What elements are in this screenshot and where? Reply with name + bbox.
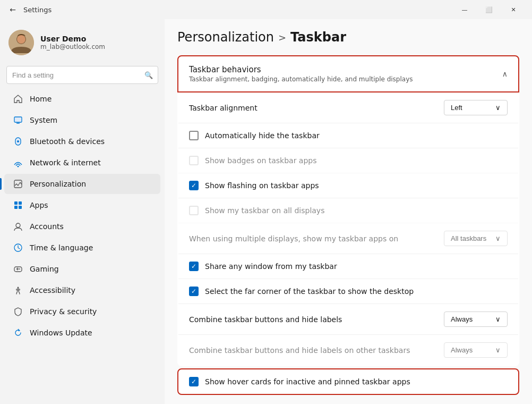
badges-checkbox-row: Show badges on taskbar apps [189, 156, 317, 165]
accounts-icon [13, 221, 23, 232]
main-container: User Demo m_lab@outlook.com 🔍 Home [0, 19, 532, 404]
setting-label-auto-hide: Automatically hide the taskbar [205, 131, 320, 140]
sidebar-item-update[interactable]: Windows Update [4, 323, 160, 343]
setting-row-share-window: Share any window from my taskbar [178, 254, 518, 279]
svg-rect-4 [16, 123, 20, 124]
page-header: Personalization > Taskbar [177, 30, 519, 45]
content-area: Personalization > Taskbar Taskbar behavi… [165, 19, 532, 404]
setting-label-alignment: Taskbar alignment [189, 104, 444, 112]
setting-label-all-displays: Show my taskbar on all displays [205, 206, 324, 215]
section-collapse-icon: ∧ [502, 70, 508, 78]
combine-buttons-dropdown[interactable]: Always ∨ [444, 312, 508, 327]
user-email: m_lab@outlook.com [40, 43, 105, 50]
search-icon: 🔍 [144, 71, 153, 79]
svg-rect-9 [14, 201, 18, 205]
bluetooth-icon [13, 136, 23, 147]
search-input[interactable] [6, 66, 158, 84]
setting-label-flashing: Show flashing on taskbar apps [205, 181, 319, 190]
user-info: User Demo m_lab@outlook.com [40, 35, 105, 50]
sidebar-item-bluetooth[interactable]: Bluetooth & devices [4, 131, 160, 152]
sidebar-item-privacy[interactable]: Privacy & security [4, 301, 160, 322]
badges-checkbox[interactable] [189, 156, 199, 165]
combine-other-dropdown[interactable]: Always ∨ [444, 342, 508, 358]
alignment-dropdown[interactable]: Left ∨ [444, 100, 508, 115]
sidebar-item-label-apps: Apps [30, 201, 48, 209]
flashing-checkbox[interactable] [189, 181, 199, 190]
setting-row-hover-cards: Show hover cards for inactive and pinned… [178, 369, 518, 394]
sidebar-item-label-accounts: Accounts [30, 222, 64, 231]
system-icon [13, 115, 23, 125]
section-body: Taskbar alignment Left ∨ Automatically h… [177, 92, 519, 366]
svg-rect-12 [19, 206, 22, 209]
svg-rect-3 [14, 117, 22, 122]
flashing-checkbox-row: Show flashing on taskbar apps [189, 181, 319, 190]
minimize-button[interactable]: — [452, 0, 477, 19]
window-controls: — ⬜ ✕ [452, 0, 526, 19]
avatar [8, 30, 34, 55]
svg-point-2 [17, 35, 25, 44]
page-title: Taskbar [290, 30, 346, 45]
section-header[interactable]: Taskbar behaviors Taskbar alignment, bad… [177, 55, 519, 92]
setting-label-combine-buttons: Combine taskbar buttons and hide labels [189, 315, 444, 324]
auto-hide-checkbox[interactable] [189, 131, 199, 140]
section-header-info: Taskbar behaviors Taskbar alignment, bad… [189, 65, 413, 83]
setting-row-auto-hide: Automatically hide the taskbar [178, 123, 518, 148]
user-name: User Demo [40, 35, 105, 43]
multi-display-dropdown[interactable]: All taskbars ∨ [444, 231, 508, 246]
svg-point-6 [17, 140, 19, 142]
sidebar-item-label-personalization: Personalization [30, 180, 86, 188]
sidebar-item-label-bluetooth: Bluetooth & devices [30, 137, 105, 146]
titlebar: ← Settings — ⬜ ✕ [0, 0, 532, 19]
sidebar-item-system[interactable]: System [4, 110, 160, 130]
sidebar-item-accessibility[interactable]: Accessibility [4, 280, 160, 300]
all-displays-checkbox[interactable] [189, 206, 199, 215]
corner-desktop-checkbox[interactable] [189, 287, 199, 296]
setting-row-all-displays: Show my taskbar on all displays [178, 198, 518, 223]
sidebar-item-network[interactable]: Network & internet [4, 153, 160, 173]
hover-cards-section: Show hover cards for inactive and pinned… [177, 368, 519, 395]
sidebar-item-label-update: Windows Update [30, 329, 92, 337]
privacy-icon [13, 306, 23, 317]
sidebar-item-time[interactable]: Time & language [4, 238, 160, 258]
back-button[interactable]: ← [6, 3, 19, 16]
svg-rect-10 [19, 201, 22, 205]
sidebar-item-home[interactable]: Home [4, 89, 160, 109]
close-button[interactable]: ✕ [501, 0, 526, 19]
sidebar-item-label-gaming: Gaming [30, 265, 59, 273]
setting-label-multi-display: When using multiple displays, show my ta… [189, 234, 444, 243]
auto-hide-checkbox-row: Automatically hide the taskbar [189, 131, 320, 140]
setting-label-corner-desktop: Select the far corner of the taskbar to … [205, 287, 414, 296]
sidebar-item-gaming[interactable]: Gaming [4, 259, 160, 279]
setting-row-corner-desktop: Select the far corner of the taskbar to … [178, 279, 518, 304]
network-icon [13, 157, 23, 168]
sidebar-item-label-home: Home [30, 95, 52, 103]
personalization-icon [13, 179, 23, 189]
setting-label-share-window: Share any window from my taskbar [205, 262, 337, 271]
setting-row-combine-buttons: Combine taskbar buttons and hide labels … [178, 304, 518, 335]
maximize-button[interactable]: ⬜ [477, 0, 501, 19]
home-icon [13, 94, 23, 104]
hover-cards-checkbox[interactable] [189, 377, 199, 386]
app-title: Settings [23, 6, 52, 14]
page-chevron: > [278, 32, 286, 43]
sidebar-item-label-system: System [30, 116, 57, 124]
corner-desktop-checkbox-row: Select the far corner of the taskbar to … [189, 287, 414, 296]
setting-row-badges: Show badges on taskbar apps [178, 148, 518, 173]
update-icon [13, 327, 23, 338]
svg-rect-8 [14, 180, 22, 188]
sidebar-item-personalization[interactable]: Personalization [4, 174, 160, 194]
svg-rect-11 [14, 206, 18, 209]
sidebar-item-apps[interactable]: Apps [4, 195, 160, 215]
sidebar-item-label-network: Network & internet [30, 158, 101, 167]
section-title: Taskbar behaviors [189, 65, 413, 74]
svg-point-16 [19, 268, 20, 270]
sidebar-item-label-privacy: Privacy & security [30, 307, 97, 316]
share-window-checkbox[interactable] [189, 262, 199, 271]
apps-icon [13, 200, 23, 211]
share-window-checkbox-row: Share any window from my taskbar [189, 262, 337, 271]
hover-cards-checkbox-row: Show hover cards for inactive and pinned… [189, 377, 410, 386]
svg-point-7 [18, 166, 19, 167]
sidebar-item-accounts[interactable]: Accounts [4, 216, 160, 237]
time-icon [13, 242, 23, 253]
setting-label-badges: Show badges on taskbar apps [205, 156, 317, 165]
